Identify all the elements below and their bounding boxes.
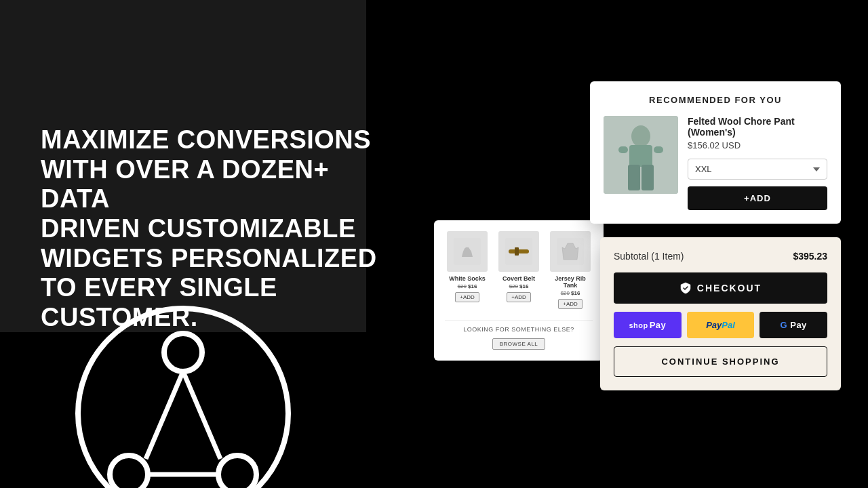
svg-point-8: [631, 125, 650, 147]
gpay-button[interactable]: G Pay: [760, 312, 827, 338]
checkout-label: CHECKOUT: [697, 283, 762, 293]
item-image: [498, 231, 539, 272]
product-info: Felted Wool Chore Pant (Women's) $156.02…: [688, 116, 827, 210]
payment-buttons: shopPay PayPal G Pay: [614, 312, 827, 338]
widgets-area: RECOMMENDED FOR YOU: [434, 81, 841, 441]
product-list-card: White Socks $20$16 +ADD Covert Belt $20$…: [434, 220, 604, 361]
product-price: $156.02 USD: [688, 140, 827, 150]
recommended-card: RECOMMENDED FOR YOU: [590, 81, 841, 224]
gpay-label: G Pay: [780, 320, 806, 330]
list-item: Covert Belt $20$16 +ADD: [496, 231, 541, 309]
item-price: $20$16: [561, 290, 580, 296]
svg-rect-12: [618, 146, 628, 153]
continue-shopping-button[interactable]: CONTINUE SHOPPING: [614, 346, 827, 377]
item-image: [447, 231, 488, 272]
item-name: Jersey Rib Tank: [548, 275, 593, 289]
item-name: White Socks: [449, 275, 486, 282]
browse-all-label: LOOKING FOR SOMETHING ELSE?: [445, 326, 593, 333]
svg-rect-17: [515, 247, 519, 256]
checkout-button[interactable]: CHECKOUT: [614, 272, 827, 304]
item-price: $20$16: [458, 283, 477, 289]
shop-pay-button[interactable]: shopPay: [614, 312, 682, 338]
browse-all-section: LOOKING FOR SOMETHING ELSE? BROWSE ALL: [445, 320, 593, 350]
svg-point-3: [218, 455, 256, 488]
svg-point-1: [164, 333, 202, 371]
product-row: Felted Wool Chore Pant (Women's) $156.02…: [604, 116, 827, 210]
item-add-button[interactable]: +ADD: [507, 292, 531, 302]
checkout-card: Subtotal (1 Item) $395.23 CHECKOUT shopP…: [600, 237, 841, 390]
item-add-button[interactable]: +ADD: [455, 292, 479, 302]
paypal-button[interactable]: PayPal: [687, 312, 755, 338]
item-add-button[interactable]: +ADD: [558, 299, 583, 309]
svg-point-2: [110, 455, 148, 488]
svg-line-5: [183, 371, 220, 459]
product-list-items: White Socks $20$16 +ADD Covert Belt $20$…: [445, 231, 593, 309]
shop-pay-label: shopPay: [629, 320, 666, 330]
item-price: $20$16: [509, 283, 529, 289]
browse-all-button[interactable]: BROWSE ALL: [492, 338, 546, 350]
paypal-label: PayPal: [706, 320, 735, 330]
svg-rect-10: [628, 165, 640, 190]
item-image: [550, 231, 591, 272]
subtotal-amount: $395.23: [793, 251, 827, 262]
network-icon: [68, 298, 298, 488]
svg-rect-9: [629, 145, 652, 167]
list-item: Jersey Rib Tank $20$16 +ADD: [548, 231, 593, 309]
svg-rect-11: [642, 165, 654, 190]
add-to-cart-button[interactable]: +ADD: [688, 186, 827, 210]
list-item: White Socks $20$16 +ADD: [445, 231, 490, 309]
size-select[interactable]: XXL XS S M L XL: [688, 159, 827, 180]
svg-line-4: [146, 371, 183, 459]
recommended-title: RECOMMENDED FOR YOU: [604, 95, 827, 105]
product-image: [604, 116, 678, 194]
subtotal-label: Subtotal (1 Item): [614, 251, 684, 262]
subtotal-row: Subtotal (1 Item) $395.23: [614, 251, 827, 262]
svg-rect-13: [654, 146, 663, 153]
shield-icon: [679, 282, 692, 294]
product-name: Felted Wool Chore Pant (Women's): [688, 116, 827, 138]
item-name: Covert Belt: [502, 275, 535, 282]
